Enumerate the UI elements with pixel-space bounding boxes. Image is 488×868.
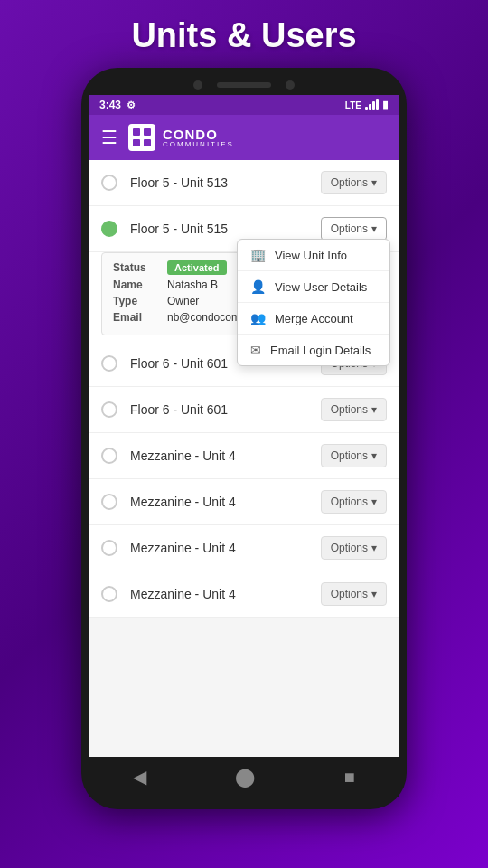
dropdown-item-label: View Unit Info <box>275 249 347 262</box>
options-button[interactable]: Options ▾ <box>321 171 387 194</box>
dropdown-email-login[interactable]: ✉ Email Login Details <box>238 335 389 365</box>
camera-area <box>193 80 295 90</box>
battery-icon: ▮ <box>382 99 389 111</box>
chevron-down-icon: ▾ <box>371 403 377 416</box>
signal-bar-4 <box>376 99 379 110</box>
camera-dot-left <box>193 80 202 90</box>
options-dropdown: 🏢 View Unit Info 👤 View User Details 👥 M… <box>237 239 390 366</box>
phone-frame: 3:43 ⚙ LTE ▮ ☰ <box>81 68 407 809</box>
type-value: Owner <box>167 295 199 307</box>
brand-logo-icon <box>128 124 155 151</box>
options-button[interactable]: Options ▾ <box>321 398 387 421</box>
dropdown-item-label: View User Details <box>275 280 367 294</box>
phone-bottom-bar: ◀ ⬤ ■ <box>89 757 399 797</box>
status-bar-left: 3:43 ⚙ <box>99 99 136 111</box>
options-label: Options <box>331 176 368 189</box>
options-label: Options <box>331 449 368 462</box>
status-label: Status <box>113 261 167 274</box>
email-label: Email <box>113 311 167 324</box>
hamburger-menu-icon[interactable]: ☰ <box>101 127 117 148</box>
options-label: Options <box>331 542 368 554</box>
page-title: Units & Users <box>131 16 356 55</box>
unit-name: Mezzanine - Unit 4 <box>130 495 321 509</box>
unit-name-active: Floor 5 - Unit 515 <box>130 222 321 236</box>
chevron-down-icon: ▾ <box>371 542 377 554</box>
dropdown-view-unit-info[interactable]: 🏢 View Unit Info <box>238 240 389 271</box>
status-bar: 3:43 ⚙ LTE ▮ <box>89 95 399 115</box>
brand-name: CONDO <box>163 127 234 141</box>
chevron-down-icon: ▾ <box>371 449 377 462</box>
unit-status-indicator <box>101 586 117 602</box>
options-button-active[interactable]: Options ▾ <box>321 217 387 241</box>
options-button[interactable]: Options ▾ <box>321 490 387 514</box>
unit-status-indicator <box>101 540 117 556</box>
unit-name: Mezzanine - Unit 4 <box>130 541 321 555</box>
options-label: Options <box>331 588 368 600</box>
unit-list: Floor 5 - Unit 513 Options ▾ Floor 5 - U… <box>89 160 399 618</box>
signal-bar-2 <box>369 104 371 110</box>
chevron-down-icon: ▾ <box>371 495 377 508</box>
unit-name: Mezzanine - Unit 4 <box>130 587 321 601</box>
status-bar-right: LTE ▮ <box>345 99 389 111</box>
unit-status-indicator-active <box>101 221 117 237</box>
building-icon: 🏢 <box>250 248 266 262</box>
chevron-down-icon: ▾ <box>371 222 377 235</box>
unit-row: Floor 6 - Unit 601 Options ▾ <box>89 387 399 433</box>
options-button[interactable]: Options ▾ <box>321 536 387 560</box>
email-icon: ✉ <box>250 343 261 357</box>
signal-bar-3 <box>372 101 375 110</box>
unit-row: Floor 5 - Unit 513 Options ▾ <box>89 160 399 206</box>
unit-name: Floor 6 - Unit 601 <box>130 402 321 417</box>
signal-bar-1 <box>365 107 368 110</box>
unit-row: Mezzanine - Unit 4 Options ▾ <box>89 479 399 525</box>
gear-icon: ⚙ <box>127 99 136 111</box>
home-button[interactable]: ⬤ <box>235 766 255 788</box>
options-label: Options <box>331 222 368 235</box>
options-label: Options <box>331 403 368 416</box>
svg-rect-0 <box>133 128 140 136</box>
unit-status-indicator <box>101 175 117 191</box>
time-display: 3:43 <box>99 99 121 111</box>
chevron-down-icon: ▾ <box>371 588 377 600</box>
chevron-down-icon: ▾ <box>371 176 377 189</box>
name-label: Name <box>113 278 167 291</box>
options-button[interactable]: Options ▾ <box>321 582 387 606</box>
recents-button[interactable]: ■ <box>344 767 355 788</box>
unit-row: Mezzanine - Unit 4 Options ▾ <box>89 433 399 479</box>
unit-status-indicator <box>101 494 117 510</box>
unit-row-active: Floor 5 - Unit 515 Options ▾ 🏢 View Unit… <box>89 206 399 252</box>
unit-name: Mezzanine - Unit 4 <box>130 448 321 463</box>
back-button[interactable]: ◀ <box>133 766 146 788</box>
user-icon: 👤 <box>250 279 266 294</box>
unit-row: Mezzanine - Unit 4 Options ▾ <box>89 571 399 618</box>
name-value: Natasha B <box>167 278 218 291</box>
brand-text: CONDO COMMUNITIES <box>163 127 234 148</box>
svg-rect-2 <box>133 139 140 146</box>
svg-rect-3 <box>144 139 151 146</box>
unit-status-indicator <box>101 401 117 418</box>
unit-status-indicator <box>101 355 117 372</box>
nav-bar: ☰ CONDO COMMUNITIES <box>89 115 399 160</box>
type-label: Type <box>113 295 167 307</box>
brand-sub: COMMUNITIES <box>163 141 234 148</box>
unit-name: Floor 5 - Unit 513 <box>130 175 321 190</box>
brand-logo: CONDO COMMUNITIES <box>128 124 234 151</box>
phone-top-bar <box>89 80 399 90</box>
dropdown-item-label: Email Login Details <box>270 344 371 357</box>
dropdown-view-user-details[interactable]: 👤 View User Details <box>238 271 389 303</box>
signal-bars <box>365 99 379 110</box>
phone-content: Floor 5 - Unit 513 Options ▾ Floor 5 - U… <box>89 160 399 757</box>
options-label: Options <box>331 495 368 508</box>
speaker-bar <box>217 82 271 88</box>
merge-icon: 👥 <box>250 311 266 326</box>
dropdown-item-label: Merge Account <box>275 312 353 326</box>
unit-status-indicator <box>101 448 117 464</box>
dropdown-merge-account[interactable]: 👥 Merge Account <box>238 303 389 335</box>
unit-row: Mezzanine - Unit 4 Options ▾ <box>89 525 399 571</box>
camera-dot-right <box>286 80 295 90</box>
svg-rect-1 <box>144 128 151 136</box>
lte-label: LTE <box>345 100 361 110</box>
options-button[interactable]: Options ▾ <box>321 444 387 467</box>
status-badge: Activated <box>167 260 227 275</box>
